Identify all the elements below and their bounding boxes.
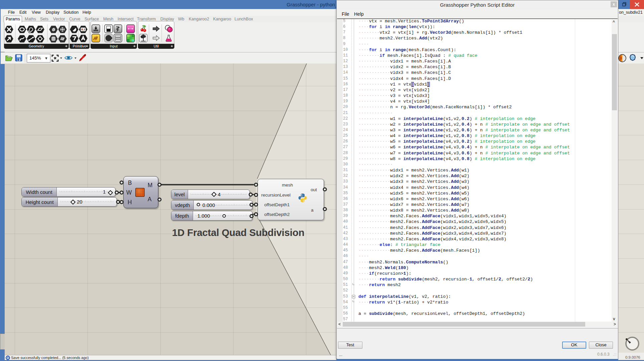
svg-text:0.1: 0.1 (81, 28, 85, 31)
